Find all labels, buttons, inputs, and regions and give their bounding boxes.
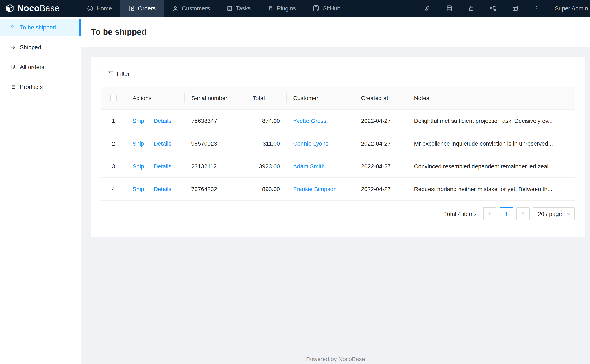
customer-link[interactable]: Yvette Gross: [293, 117, 326, 124]
nav-item-tasks[interactable]: Tasks: [218, 0, 259, 17]
sidebar-item-all-orders[interactable]: All orders: [0, 59, 81, 75]
nav-item-github[interactable]: GitHub: [304, 0, 349, 17]
main-menu: Home Orders: [79, 0, 349, 17]
pagination-page-1[interactable]: 1: [500, 207, 513, 220]
lock-icon[interactable]: [468, 5, 475, 12]
action-divider: [149, 118, 149, 124]
action-divider: [149, 140, 149, 146]
nav-item-label: GitHub: [322, 5, 340, 12]
total-cell: 874.00: [246, 109, 286, 132]
database-icon[interactable]: [446, 5, 452, 12]
row-actions: ShipDetails: [126, 155, 185, 177]
nav-item-label: Tasks: [236, 5, 251, 12]
table-row: 3 ShipDetails 23132112 3923.00 Adam Smit…: [101, 155, 575, 177]
created-at-cell: 2022-04-27: [354, 132, 407, 155]
customer-link[interactable]: Connie Lyons: [293, 140, 328, 147]
sidebar-item-products[interactable]: Products: [0, 78, 81, 95]
created-at-cell: 2022-04-27: [354, 109, 407, 132]
customer-cell: Frankie Simpson: [286, 177, 354, 200]
nav-item-home[interactable]: Home: [79, 0, 120, 17]
sidebar-item-label: Shipped: [20, 44, 41, 51]
ship-link[interactable]: Ship: [133, 163, 144, 169]
select-all-checkbox[interactable]: [110, 95, 117, 102]
nocobase-logo-icon: [5, 4, 14, 13]
serial-number-cell: 98570923: [185, 132, 246, 155]
page-size-select[interactable]: 20 / page: [533, 207, 575, 220]
spacer-cell: [558, 109, 575, 132]
spacer-cell: [558, 177, 575, 200]
column-header-created-at: Created at: [354, 87, 407, 109]
details-link[interactable]: Details: [154, 117, 171, 124]
notes-cell: Mr excellence inquietude conviction is i…: [407, 132, 558, 155]
details-link[interactable]: Details: [154, 186, 171, 192]
column-header-notes: Notes: [407, 87, 558, 109]
created-at-cell: 2022-04-27: [354, 177, 407, 200]
row-index: 1: [101, 109, 126, 132]
total-cell: 3923.00: [246, 155, 286, 177]
sidebar: To be shipped Shipped All orders: [0, 17, 81, 364]
pagination-prev-button[interactable]: [483, 207, 497, 220]
pagination-next-button[interactable]: [516, 207, 530, 220]
nav-item-plugins[interactable]: Plugins: [259, 0, 304, 17]
nocobase-logo[interactable]: NocoBase: [0, 0, 79, 17]
row-actions: ShipDetails: [126, 109, 185, 132]
filter-button-label: Filter: [117, 70, 130, 77]
ship-link[interactable]: Ship: [133, 117, 144, 124]
row-index: 4: [101, 177, 126, 200]
customer-link[interactable]: Frankie Simpson: [293, 186, 337, 192]
row-index: 3: [101, 155, 126, 177]
row-actions: ShipDetails: [126, 177, 185, 200]
powered-by-footer: Powered by NocoBase: [81, 356, 590, 362]
customer-cell: Adam Smith: [286, 155, 354, 177]
sidebar-item-label: Products: [20, 84, 43, 90]
orders-table: Actions Serial number Total Customer Cre…: [101, 87, 575, 200]
layout-icon[interactable]: [512, 5, 518, 12]
row-actions: ShipDetails: [126, 132, 185, 155]
total-cell: 893.00: [246, 177, 286, 200]
nav-item-customers[interactable]: Customers: [164, 0, 218, 17]
sidebar-item-shipped[interactable]: Shipped: [0, 39, 81, 55]
notes-cell: Delightful met sufficient projection ask…: [407, 109, 558, 132]
table-header-row: Actions Serial number Total Customer Cre…: [101, 87, 575, 109]
page-title: To be shipped: [91, 27, 146, 37]
serial-number-cell: 73764232: [185, 177, 246, 200]
filter-button[interactable]: Filter: [101, 67, 136, 80]
customer-cell: Connie Lyons: [286, 132, 354, 155]
ship-link[interactable]: Ship: [133, 140, 144, 147]
main-content: To be shipped Filter: [81, 17, 590, 364]
file-done-icon: [10, 64, 16, 70]
sidebar-item-label: All orders: [20, 64, 44, 70]
user-menu[interactable]: Super Admin: [555, 5, 588, 12]
user-icon: [172, 5, 179, 11]
pagination: Total 4 items 1 20 / page: [101, 207, 575, 220]
customer-cell: Yvette Gross: [286, 109, 354, 132]
apartment-icon[interactable]: [490, 5, 497, 12]
page-size-value: 20 / page: [538, 210, 562, 217]
nav-item-label: Plugins: [277, 5, 296, 12]
notes-cell: Convinced resembled dependent remainder …: [407, 155, 558, 177]
top-navbar: NocoBase Home: [0, 0, 590, 17]
table-row: 2 ShipDetails 98570923 311.00 Connie Lyo…: [101, 132, 575, 155]
column-header-spacer: [558, 87, 575, 109]
chevron-down-icon: [566, 212, 570, 216]
sidebar-item-to-be-shipped[interactable]: To be shipped: [0, 19, 81, 36]
logo-text: NocoBase: [17, 3, 60, 13]
details-link[interactable]: Details: [154, 140, 171, 147]
created-at-cell: 2022-04-27: [354, 155, 407, 177]
check-square-icon: [226, 5, 233, 11]
arrow-up-icon: [10, 24, 16, 30]
kebab-menu-icon[interactable]: [534, 5, 539, 12]
file-done-icon: [129, 5, 135, 11]
ship-link[interactable]: Ship: [133, 186, 144, 192]
customer-link[interactable]: Adam Smith: [293, 163, 325, 169]
arrow-right-icon: [10, 44, 16, 50]
table-row: 4 ShipDetails 73764232 893.00 Frankie Si…: [101, 177, 575, 200]
nav-item-orders[interactable]: Orders: [120, 0, 164, 17]
details-link[interactable]: Details: [154, 163, 171, 169]
navbar-actions: Super Admin: [424, 0, 590, 17]
sidebar-item-label: To be shipped: [20, 24, 56, 31]
column-header-actions: Actions: [126, 87, 185, 109]
smile-icon: [87, 5, 93, 11]
page-header: To be shipped: [81, 17, 590, 47]
highlighter-icon[interactable]: [424, 5, 431, 12]
